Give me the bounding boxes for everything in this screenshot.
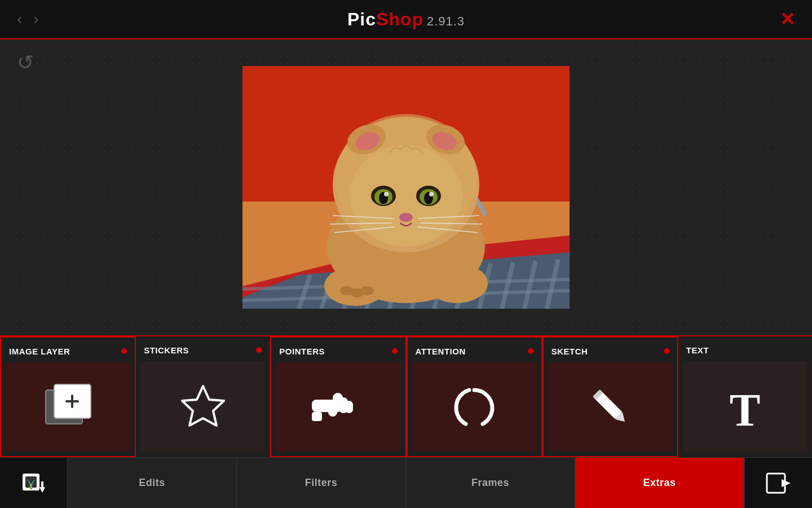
tool-attention-header: ATTENTION	[408, 338, 541, 362]
tool-pointers-dot	[392, 348, 398, 354]
tool-attention-dot	[528, 348, 533, 354]
svg-rect-67	[41, 481, 43, 488]
tool-image-layer-dot	[121, 348, 127, 354]
tool-stickers-header: STICKERS	[136, 336, 270, 361]
tool-pointers-label: POINTERS	[279, 347, 325, 356]
cat-image-svg	[242, 66, 570, 309]
main-image	[242, 66, 570, 309]
tab-extras-label: Extras	[643, 477, 676, 489]
top-bar: ‹ › PicShop2.91.3 ✕	[0, 0, 812, 40]
tool-text-label: TEXT	[686, 345, 709, 355]
app-title: PicShop2.91.3	[347, 9, 465, 30]
nav-arrows: ‹ ›	[17, 11, 39, 27]
tool-sketch-label: SKETCH	[551, 347, 588, 356]
tool-stickers-dot	[256, 347, 262, 353]
tool-stickers-icon	[140, 361, 265, 453]
tool-sketch-icon	[548, 362, 673, 452]
forward-button[interactable]: ›	[33, 11, 38, 27]
svg-rect-57	[312, 412, 322, 421]
tool-stickers-label: STICKERS	[144, 345, 189, 355]
tool-text-icon: T	[683, 361, 807, 453]
tool-image-layer[interactable]: IMAGE LAYER	[0, 336, 136, 457]
tool-image-layer-header: IMAGE LAYER	[1, 338, 135, 362]
app-version: 2.91.3	[427, 14, 465, 28]
tool-sketch-header: SKETCH	[544, 338, 677, 362]
svg-point-58	[328, 408, 337, 417]
tab-edits-label: Edits	[139, 477, 165, 489]
svg-point-44	[426, 264, 488, 303]
tab-frames[interactable]: Frames	[406, 458, 575, 508]
tool-attention-label: ATTENTION	[416, 347, 466, 356]
tool-text-header: TEXT	[678, 336, 812, 361]
svg-rect-65	[30, 484, 32, 489]
svg-point-47	[360, 286, 374, 295]
export-icon	[765, 469, 793, 497]
refresh-icon[interactable]: ↺	[17, 51, 34, 75]
tab-filters-label: Filters	[305, 477, 338, 489]
svg-rect-56	[345, 401, 353, 413]
app-name-shop: Shop	[376, 9, 423, 29]
svg-point-35	[429, 192, 434, 196]
tab-edits[interactable]: Edits	[68, 458, 237, 508]
tool-image-layer-label: IMAGE LAYER	[9, 347, 70, 356]
tool-text[interactable]: TEXT T	[678, 336, 812, 457]
svg-marker-52	[182, 386, 224, 426]
tool-sketch-dot	[664, 348, 669, 354]
tab-extras[interactable]: Extras	[575, 458, 744, 508]
tab-frames-label: Frames	[471, 477, 509, 489]
tool-pointers[interactable]: POINTERS	[270, 336, 406, 457]
bottom-nav-tabs: Edits Filters Frames Extras	[68, 458, 744, 508]
tool-attention-icon	[412, 362, 537, 452]
logo-button[interactable]	[0, 458, 68, 508]
tool-pointers-header: POINTERS	[271, 338, 405, 362]
close-button[interactable]: ✕	[780, 8, 795, 30]
back-button[interactable]: ‹	[17, 11, 22, 27]
tool-image-layer-icon	[6, 362, 130, 452]
app-name-pic: Pic	[347, 9, 376, 29]
tool-sketch[interactable]: SKETCH	[542, 336, 678, 457]
tool-stickers[interactable]: STICKERS	[136, 336, 270, 457]
toolbar: IMAGE LAYER STICKERS POINTERS	[0, 335, 812, 457]
svg-point-34	[384, 192, 389, 196]
svg-text:T: T	[730, 384, 761, 432]
svg-marker-69	[782, 479, 791, 487]
svg-point-27	[350, 145, 462, 247]
tool-pointers-icon	[276, 362, 400, 452]
logo-icon	[20, 469, 48, 497]
bottom-nav: Edits Filters Frames Extras	[0, 457, 812, 508]
svg-point-36	[399, 213, 413, 222]
export-button[interactable]	[744, 458, 812, 508]
canvas-area: ↺	[0, 40, 812, 335]
tool-attention[interactable]: ATTENTION	[407, 336, 542, 457]
tab-filters[interactable]: Filters	[237, 458, 406, 508]
svg-point-43	[324, 266, 386, 306]
